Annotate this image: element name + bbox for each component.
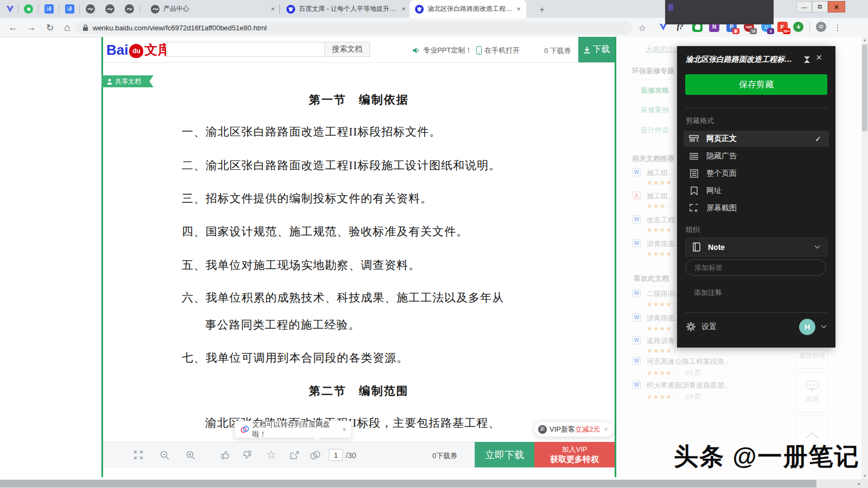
pinned-tab-globe-icon[interactable] (86, 4, 95, 14)
horizontal-scrollbar-thumb[interactable] (0, 480, 816, 487)
window-minimize-button[interactable]: — (796, 1, 812, 12)
close-icon[interactable]: × (604, 425, 608, 433)
clip-option-bookmark-url[interactable]: 网址 (684, 183, 829, 199)
search-input[interactable] (166, 42, 324, 57)
thumbs-up-icon[interactable] (219, 448, 232, 461)
baidu-pan-icon (240, 426, 249, 433)
tab-close-icon[interactable]: × (514, 5, 523, 14)
organization-label: 组织 (686, 225, 700, 235)
favorite-star-icon[interactable]: ☆ (265, 448, 278, 461)
page-total-label: /30 (346, 451, 356, 460)
pan-save-popup: 文档可以转存到百度网盘啦！ × (234, 421, 352, 438)
tab-product-center[interactable]: 产品中心 × (145, 0, 280, 18)
tab-close-icon[interactable]: × (399, 5, 408, 14)
thumbs-down-icon[interactable] (240, 448, 253, 461)
comment-input[interactable]: 添加注释 (694, 288, 722, 298)
pinned-tab-globe-icon[interactable] (125, 4, 134, 14)
doc-heading: 第一节 编制依据 (103, 92, 615, 107)
tab-wenku-home[interactable]: 百度文库 - 让每个人平等地提升自我 × (282, 0, 408, 18)
baidu-pan-toolbar-icon[interactable] (308, 448, 323, 461)
fullscreen-icon[interactable] (132, 448, 145, 461)
clip-option-hide-ads[interactable]: 隐藏广告 (684, 148, 829, 164)
ext-badge: 3 (767, 28, 774, 34)
bookmark-star-icon[interactable]: ☆ (636, 21, 649, 34)
word-doc-icon: W (633, 357, 641, 365)
close-panel-icon[interactable]: × (816, 52, 822, 63)
pinned-tab-translate2-icon[interactable]: 译 (65, 4, 74, 14)
ext-badge: 99+ (783, 28, 790, 34)
back-icon[interactable]: ← (7, 21, 20, 34)
user-avatar[interactable]: H (799, 319, 815, 335)
tab-close-icon[interactable]: × (269, 5, 277, 14)
home-icon[interactable]: ⌂ (61, 21, 74, 34)
pinned-tab-globe-icon[interactable] (105, 4, 114, 14)
chevron-down-icon[interactable] (821, 325, 827, 329)
divider (18, 4, 18, 14)
share-icon[interactable] (288, 448, 301, 461)
join-vip-button[interactable]: 加入VIP 获取更多特权 (534, 442, 615, 467)
doc-heading: 第二节 编制范围 (103, 383, 615, 399)
clip-option-full-page[interactable]: 整个页面 (684, 165, 829, 182)
quick-collect-label: 极速收纳 (799, 351, 825, 361)
search-button[interactable]: 搜索文档 (324, 42, 370, 57)
pinned-tab-green-icon[interactable] (24, 4, 33, 14)
divider (140, 4, 141, 14)
forward-icon[interactable]: → (25, 21, 38, 34)
gear-icon[interactable] (686, 322, 696, 332)
star-rating: ★★★★☆35页 (647, 368, 701, 378)
scroll-up-arrow[interactable]: ▴ (861, 37, 868, 43)
ext-mail-icon[interactable]: 99+ (777, 22, 788, 32)
window-restore-button[interactable]: ⧉ (812, 1, 828, 12)
sidebar-top-link[interactable]: 天籁的沙漏 (646, 44, 681, 54)
ext-badge: 18 (750, 28, 757, 34)
tab-doc-active[interactable]: 渝北区张白路路面改造工程标段施 × (410, 0, 526, 18)
open-on-phone-link[interactable]: 在手机打开 (476, 46, 520, 55)
address-bar[interactable]: wenku.baidu.com/view/fc6972d16f1aff00bed… (76, 21, 632, 34)
window-close-button[interactable]: × (828, 1, 845, 12)
ext-idm-icon[interactable] (793, 22, 803, 32)
clip-option-screenshot[interactable]: 屏幕截图 (684, 200, 829, 216)
zoom-in-icon[interactable] (184, 448, 197, 461)
tag-input[interactable] (685, 259, 826, 276)
pinned-tab-translate-icon[interactable]: 译 (44, 4, 54, 14)
zoom-out-icon[interactable] (158, 448, 171, 461)
save-clip-button[interactable]: 保存剪藏 (685, 74, 827, 95)
decor-link[interactable]: 装修攻略 (641, 86, 669, 95)
pinned-tab-v-icon[interactable] (5, 4, 15, 14)
browser-avatar-icon[interactable] (816, 22, 826, 32)
liked-doc-title[interactable]: 河北高速公路工程某段路... (647, 357, 730, 367)
notebook-select[interactable]: Note (685, 237, 827, 256)
scroll-right-arrow[interactable]: ▸ (855, 479, 864, 488)
close-icon[interactable]: × (342, 425, 347, 434)
clip-option-article[interactable]: 网页正文 ✓ (684, 131, 829, 147)
vertical-scrollbar[interactable]: ▴ ▾ (861, 37, 868, 479)
feedback-widget[interactable]: 反馈 (796, 372, 828, 412)
page-number-input[interactable] (329, 449, 343, 461)
scroll-down-arrow[interactable]: ▾ (861, 473, 868, 479)
star-rating: ★★★★☆ (647, 325, 679, 332)
divider (809, 22, 810, 31)
divider (38, 4, 39, 14)
clip-format-label: 剪藏格式 (686, 116, 714, 126)
liked-doc-title[interactable]: 恒大苹果园沥青道路面层... (647, 381, 730, 390)
decor-link[interactable]: 设计作品 (641, 125, 669, 135)
browser-menu-icon[interactable]: ⋮ (831, 21, 844, 34)
ppt-promo-link[interactable]: 专业PPT定制！ (412, 46, 472, 55)
horizontal-scrollbar[interactable]: ▸ (0, 479, 868, 488)
download-tickets-label: 0 下载券 (544, 46, 571, 56)
download-now-button[interactable]: 立即下载 (475, 442, 534, 467)
decor-link[interactable]: 装修案例 (641, 105, 669, 115)
settings-label[interactable]: 设置 (701, 322, 717, 332)
vertical-scrollbar-thumb[interactable] (862, 44, 867, 131)
related-doc-title[interactable]: 施工组… (647, 168, 675, 178)
download-button[interactable]: 下载 (578, 37, 615, 62)
reload-icon[interactable]: ↻ (43, 21, 56, 34)
wenku-logo[interactable]: Bai du 文库 (106, 41, 170, 59)
hourglass-icon[interactable] (803, 55, 811, 63)
word-doc-icon: W (633, 336, 641, 344)
new-tab-button[interactable]: + (536, 4, 548, 16)
sidebar-section-decor: 环保装修专题 (632, 66, 674, 76)
vip-popup[interactable]: 新 VIP新客 立减2元 × (534, 421, 614, 437)
related-doc-title[interactable]: 施工组… (647, 191, 675, 201)
star-rating: ★★★★☆ (647, 300, 679, 308)
